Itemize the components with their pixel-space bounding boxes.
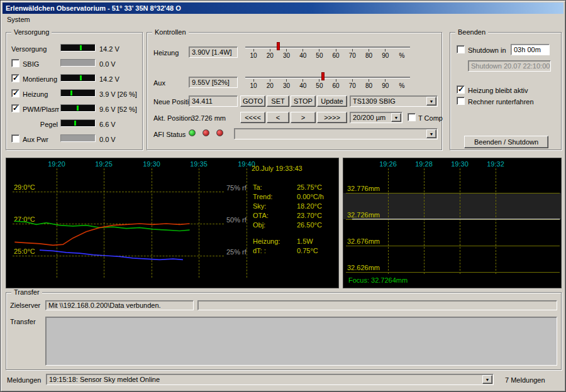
- chevron-down-icon[interactable]: ▼: [426, 129, 436, 138]
- aux-slider[interactable]: 102030405060708090%: [245, 70, 410, 93]
- menubar: System: [3, 14, 563, 25]
- slider-scale-label: %: [394, 79, 410, 89]
- supply-value-pwm: 9.6 V [52 %]: [99, 106, 137, 113]
- afi-select[interactable]: ▼: [234, 128, 438, 139]
- shutdown-time-field[interactable]: 03h 00m: [511, 44, 550, 55]
- readout-label: Heizung:: [253, 237, 280, 245]
- zielserver-field[interactable]: Mit \\192.168.0.200\Data verbunden.: [45, 300, 194, 310]
- set-button[interactable]: SET: [267, 95, 289, 107]
- supply-label-versorgung: Versorgung: [11, 45, 47, 53]
- heizung-aktiv-label: Heizung bleibt aktiv: [468, 87, 528, 94]
- supply-value-sbig: 0.0 V: [99, 60, 116, 68]
- goto-button[interactable]: GOTO: [240, 95, 265, 107]
- readout-label: OTA:: [253, 212, 269, 219]
- heizung-label: Heizung: [153, 49, 179, 57]
- step-back-fast-button[interactable]: <<<<: [240, 112, 265, 123]
- supply-meter-montierung: [60, 74, 96, 82]
- supply-label-pwm: PWM/Plasma: [23, 106, 59, 113]
- heizung-slider[interactable]: 102030405060708090%: [245, 40, 410, 63]
- afi-led-2: [203, 129, 209, 136]
- transfer-status-field[interactable]: [197, 300, 557, 310]
- slider-scale-label: 50: [311, 49, 328, 59]
- slider-scale-label: 20: [262, 49, 278, 59]
- shutdown-button[interactable]: Beenden / Shutdown: [464, 136, 548, 148]
- supply-value-montierung: 14.2 V: [99, 75, 119, 83]
- slider-scale-label: 40: [295, 49, 311, 59]
- versorgung-group: Versorgung Versorgung 14.2 V SBIG 0.0 V …: [6, 32, 143, 150]
- transfer-legend: Transfer: [11, 288, 42, 297]
- meter-marker: [80, 75, 82, 80]
- step-forward-fast-button[interactable]: >>>>: [317, 112, 347, 123]
- window-title: Erlenwäldchen Observatorium - 51° 33' 35…: [6, 4, 181, 12]
- slider-scale-label: 10: [245, 79, 262, 89]
- step-size-select[interactable]: 20/200 µm ▼: [350, 112, 402, 123]
- readout-label: dT: :: [253, 247, 266, 254]
- supply-meter-aux-pwr: [60, 134, 96, 142]
- step-forward-button[interactable]: >: [291, 112, 316, 123]
- shutdown-checkbox[interactable]: [457, 45, 465, 53]
- update-button[interactable]: Update: [317, 95, 347, 107]
- aux-value-field[interactable]: 9.55V [52%]: [189, 77, 238, 88]
- zielserver-label: Zielserver: [10, 302, 40, 309]
- heizung-value-field[interactable]: 3.90V [1.4W]: [189, 46, 238, 58]
- slider-scale: 102030405060708090%: [245, 79, 410, 89]
- checkbox-sbig[interactable]: [11, 59, 19, 67]
- transfer-log-area[interactable]: [45, 317, 557, 366]
- supply-meter-sbig: [60, 59, 96, 67]
- menu-system[interactable]: System: [3, 14, 35, 24]
- titlebar[interactable]: Erlenwäldchen Observatorium - 51° 33' 35…: [3, 3, 563, 14]
- slider-scale-label: 30: [278, 79, 294, 89]
- rechner-label: Rechner runterfahren: [468, 98, 534, 106]
- slider-scale: 102030405060708090%: [245, 49, 410, 59]
- tcomp-label: T Comp: [418, 114, 443, 122]
- rechner-checkbox[interactable]: [457, 97, 465, 105]
- beenden-group: Beenden Shutdown in 03h 00m Shutdown 20.…: [450, 32, 562, 150]
- aux-label: Aux: [153, 79, 165, 87]
- shutdown-label: Shutdown in: [468, 46, 506, 54]
- meter-marker: [74, 121, 76, 126]
- checkbox-aux-pwr[interactable]: [11, 134, 19, 143]
- kontrollen-group: Kontrollen Heizung 3.90V [1.4W] 10203040…: [147, 32, 442, 150]
- device-select-value: TS1309 SBIG: [353, 97, 396, 105]
- supply-meter-heizung: [60, 89, 96, 97]
- meter-marker: [80, 45, 82, 50]
- heizung-aktiv-checkbox[interactable]: [457, 85, 465, 94]
- kontrollen-legend: Kontrollen: [152, 28, 189, 36]
- supply-meter-pegel: [60, 119, 96, 127]
- device-select[interactable]: TS1309 SBIG ▼: [350, 95, 438, 107]
- checkbox-montierung[interactable]: [11, 74, 19, 82]
- supply-label-heizung: Heizung: [23, 90, 48, 98]
- meldungen-select[interactable]: 19:15:18: Sensor Sky meldet Online ▼: [46, 374, 494, 385]
- supply-value-pegel: 6.6 V: [99, 121, 116, 128]
- tcomp-checkbox[interactable]: [408, 113, 416, 121]
- supply-meter-versorgung: [60, 44, 96, 52]
- readout-value: 25.75°C: [297, 183, 322, 191]
- slider-scale-label: 90: [377, 79, 394, 89]
- supply-label-sbig: SBIG: [23, 60, 39, 68]
- supply-label-montierung: Montierung: [23, 75, 57, 83]
- meldungen-label: Meldungen: [7, 376, 41, 384]
- neue-position-field[interactable]: 34.411: [189, 95, 238, 107]
- slider-scale-label: 90: [377, 49, 394, 59]
- stop-button[interactable]: STOP: [291, 95, 316, 107]
- focus-chart: 19:26 19:28 19:30 19:32 32.776mm 32.726m…: [343, 158, 562, 288]
- supply-meter-pwm: [60, 104, 96, 112]
- slider-scale-label: 70: [344, 79, 360, 89]
- afi-led-1: [189, 129, 196, 136]
- readout-value: 0.00°C/h: [297, 193, 324, 200]
- beenden-legend: Beenden: [455, 28, 488, 36]
- readout-label: Ta:: [253, 183, 262, 191]
- meter-marker: [70, 90, 72, 95]
- slider-scale-label: %: [394, 49, 410, 59]
- transfer-label: Transfer: [10, 318, 36, 325]
- environment-chart: 19:20 19:25 19:30 19:35 19:40 29:0°C 27:…: [6, 158, 339, 288]
- chevron-down-icon[interactable]: ▼: [426, 97, 436, 106]
- readout-value: 1.5W: [297, 237, 313, 245]
- step-back-button[interactable]: <: [267, 112, 289, 123]
- chevron-down-icon[interactable]: ▼: [391, 113, 401, 122]
- chevron-down-icon[interactable]: ▼: [482, 375, 492, 384]
- shutdown-info-field: Shutdown 20.07 22:10:00: [468, 60, 551, 72]
- readout-value: 23.70°C: [297, 212, 322, 219]
- checkbox-pwm-plasma[interactable]: [11, 104, 19, 112]
- checkbox-heizung[interactable]: [11, 89, 19, 97]
